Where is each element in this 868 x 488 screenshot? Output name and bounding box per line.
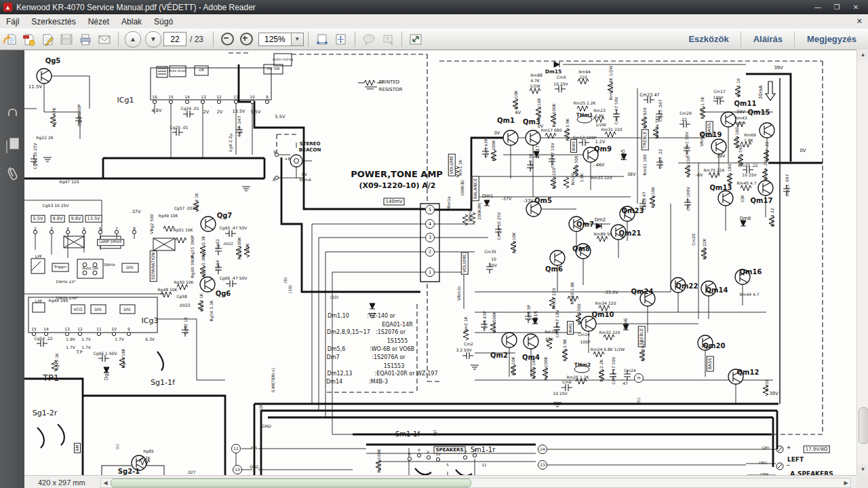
schematic-label: Auto SW [82,267,98,271]
navigation-sidebar [0,50,24,488]
horizontal-scroll-thumb[interactable] [111,478,471,487]
menu-edit[interactable]: Szerkesztés [25,17,81,26]
email-button[interactable] [96,31,113,48]
maximize-button[interactable]: ❐ [827,2,846,13]
minimize-button[interactable]: — [808,2,827,13]
schematic-label: 24 [538,445,547,454]
menu-view[interactable]: Nézet [82,17,115,26]
tools-panel-button[interactable]: Eszközök [677,32,740,47]
schematic-label: 9 [273,150,276,154]
fit-page-button[interactable] [332,31,350,48]
schematic-label: Dm17 [536,145,540,159]
sign-panel-button[interactable]: Aláírás [742,32,794,47]
schematic-label: Rm65 1.5K [701,96,705,119]
schematic-label: Qm22 [676,283,698,290]
zoom-level-select[interactable]: 125% ▼ [258,33,304,46]
schematic-label: -.46V [593,163,604,168]
schematic-label: Rm22 2.2K [599,359,604,381]
close-button[interactable]: ✕ [846,2,865,13]
schematic-label: Cm29 [679,111,692,115]
schematic-label: Rg37 47K [52,107,56,127]
schematic-label: 4 [425,219,435,229]
schematic-label: 10 25V [742,173,756,177]
schematic-label: Cm33 .22 [738,164,757,168]
fit-width-button[interactable] [313,31,331,48]
schematic-label: PRINTED [379,80,399,85]
vertical-scrollbar[interactable]: ▲ ▼ [856,50,868,475]
zoom-out-button[interactable] [220,32,235,47]
schematic-label: DIV. [126,265,134,269]
schematic-label: AM [74,443,81,453]
schematic-label: -39V [734,110,745,115]
schematic-label: 39V [774,66,783,71]
schematic-label: EQA01-14R [382,322,413,328]
schematic-label: 15 [31,327,37,331]
sign-button[interactable] [39,31,56,48]
window-title: Kenwood KR-4070 Service Manual.pdf (VÉDE… [16,3,256,12]
schematic-label: T.P [76,350,82,355]
scroll-down-icon[interactable]: ▼ [857,464,868,475]
schematic-label: Cm3 47P [484,138,488,157]
open-button[interactable] [1,31,18,48]
schematic-label: :YZ-140 or [367,314,395,319]
schematic-label: Qm12 [737,369,760,376]
schematic-label: Cm2 [464,342,473,346]
paperclip-icon[interactable] [5,166,20,185]
schematic-label: -37V [523,199,533,204]
schematic-label: Cm6 [562,380,572,384]
schematic-label: DIV. [123,307,132,312]
schematic-label: Rg50 10K [174,280,193,284]
scroll-left-icon[interactable]: ◀ [101,479,110,487]
schematic-label: :WO-6B or VO6B [370,347,414,352]
text-callout-button[interactable]: T [379,31,397,48]
title-bar: ▲ Kenwood KR-4070 Service Manual.pdf (VÉ… [0,0,868,14]
document-close-icon[interactable]: ✕ [856,17,863,26]
page-number-input[interactable] [163,32,186,46]
schematic-label: :EQA01-20R or WZ-197 [375,371,438,377]
save-button[interactable] [58,31,75,48]
schematic-label: 10 [436,453,441,457]
print-button[interactable] [77,31,94,48]
schematic-label: Qm23 [622,208,644,214]
schematic-label: Cm37 100V [686,187,690,210]
scroll-up-icon[interactable]: ▲ [857,50,868,60]
vertical-scroll-thumb[interactable] [859,407,868,444]
schematic-label: :1S2076 or [376,330,406,335]
menu-window[interactable]: Ablak [115,17,148,26]
comment-button[interactable] [360,31,378,48]
fullscreen-button[interactable] [407,31,425,48]
schematic-label: 9 [127,327,130,331]
scroll-right-icon[interactable]: ▶ [842,479,850,487]
schematic-label: 5.5V [275,115,285,119]
schematic-label: 9.8V [69,215,83,223]
schematic-label: (h) [637,398,641,403]
schematic-label: Dm6 [624,318,629,330]
zoom-in-button[interactable] [239,32,254,47]
schematic-label: 200K(M) [477,202,481,219]
menu-help[interactable]: Súgó [148,17,179,26]
schematic-label: 3 [50,227,53,231]
menu-file[interactable]: Fájl [0,17,25,26]
schematic-label: 100P [713,96,723,100]
previous-page-button[interactable]: ▲ [125,31,141,48]
svg-text:T: T [386,36,389,42]
schematic-label: GND [262,424,271,428]
schematic-label: 13.5V [233,109,245,114]
schematic-label: Cm15 47 50V [614,97,618,125]
schematic-label: Rm36 [765,379,769,392]
schematic-label: Rg58 100K [237,238,241,260]
schematic-label: :M4B-3 [369,379,388,385]
schematic-label: Dm16 [534,311,538,324]
comment-panel-button[interactable]: Megjegyzés [795,32,868,47]
schematic-label: 8 [273,178,275,182]
schematic-label: 13.5V [85,215,102,223]
schematic-label: Rg49 10K [158,214,178,218]
horizontal-scrollbar[interactable]: ◀ ▶ [100,478,851,488]
create-pdf-button[interactable] [20,31,37,48]
schematic-label: BASS [707,356,714,371]
schematic-label: Rm4 100K [492,312,496,333]
next-page-button[interactable]: ▼ [145,31,161,48]
pages-panel-icon[interactable] [6,141,7,153]
chevron-down-icon[interactable]: ▼ [291,33,303,45]
schematic-label: GRY [762,447,769,451]
